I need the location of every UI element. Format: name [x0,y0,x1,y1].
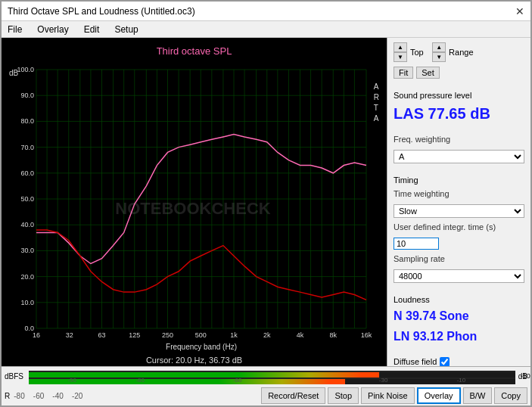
menu-overlay[interactable]: Overlay [34,23,71,36]
tick-10: -10 [457,377,466,384]
chart-canvas [8,59,378,354]
meter-bar: -10 -90 -80 -60 -30 -10 [29,371,515,383]
menu-bar: File Overlay Edit Setup [2,21,530,38]
bottom-bar: dBFS -10 -90 -80 -60 -30 -10 dB [2,366,530,405]
top-label: Top [410,48,424,57]
range-arrows: ▲ ▼ [432,42,446,62]
diffuse-field-label: Diffuse field [394,357,437,366]
timing-label: Timing [394,176,524,185]
cursor-info: Cursor: 20.0 Hz, 36.73 dB [8,354,381,366]
freq-weighting-dropdown[interactable]: A C Z [394,150,524,163]
loudness-value2: LN 93.12 Phon [394,329,524,345]
menu-file[interactable]: File [5,23,25,36]
tick-60: -60 [233,377,242,384]
tick-80: -80 [135,377,145,384]
top-arrows: ▲ ▼ [394,42,407,62]
chart-title: Third octave SPL [2,45,387,57]
set-button[interactable]: Set [416,67,440,79]
range-down-arrow[interactable]: ▼ [432,52,446,62]
time-weighting-dropdown[interactable]: Slow Fast Impulse [394,204,524,218]
title-bar: Third Octave SPL and Loudness (Untitled.… [2,2,530,21]
overlay-button[interactable]: Overlay [417,387,461,404]
meter-row: dBFS -10 -90 -80 -60 -30 -10 dB [2,367,530,386]
range-up-arrow[interactable]: ▲ [432,42,446,52]
diffuse-field-row: Diffuse field [394,357,524,366]
chart-area: Third octave SPL ARTA Cursor: 20.0 Hz, 3… [2,38,387,366]
bw-button[interactable]: B/W [463,387,493,404]
right-panel: ▲ ▼ Top ▲ ▼ Range Fit Set Sound pressure… [387,38,530,366]
tick-90: -90 [67,377,76,384]
arta-label: ARTA [374,82,379,124]
stop-button[interactable]: Stop [328,387,359,404]
main-window: Third Octave SPL and Loudness (Untitled.… [0,0,532,407]
top-down-arrow[interactable]: ▼ [394,52,407,62]
loudness-section-label: Loudness [394,295,524,304]
menu-edit[interactable]: Edit [81,23,103,36]
top-controls: ▲ ▼ Top ▲ ▼ Range [394,42,524,62]
fit-controls: Fit Set [394,67,524,79]
spl-section-label: Sound pressure level [394,91,524,100]
r-label: R [5,392,10,400]
sampling-rate-dropdown[interactable]: 48000 44100 96000 [394,269,524,283]
main-area: Third octave SPL ARTA Cursor: 20.0 Hz, 3… [2,38,530,366]
freq-weighting-label: Freq. weighting [394,135,524,144]
copy-button[interactable]: Copy [494,387,527,404]
close-button[interactable]: ✕ [515,5,524,17]
pink-noise-button[interactable]: Pink Noise [361,387,415,404]
chart-wrapper: ARTA [8,59,381,354]
window-title: Third Octave SPL and Loudness (Untitled.… [8,6,195,17]
spl-value: LAS 77.65 dB [394,104,524,123]
integr-time-input[interactable] [394,238,439,250]
meter-l-tick: -10 [521,372,530,380]
bottom-scale-label: -80 -60 -40 -20 [14,392,82,400]
record-reset-button[interactable]: Record/Reset [261,387,325,404]
btn-row: R -80 -60 -40 -20 Record/Reset Stop Pink… [2,386,530,405]
time-weighting-label: Time weighting [394,189,524,198]
loudness-value1: N 39.74 Sone [394,309,524,325]
integr-time-label: User defined integr. time (s) [394,222,524,231]
top-up-arrow[interactable]: ▲ [394,42,407,52]
menu-setup[interactable]: Setup [111,23,141,36]
diffuse-field-checkbox[interactable] [440,357,450,366]
range-label: Range [449,48,473,57]
fit-button[interactable]: Fit [394,67,413,79]
sampling-rate-label: Sampling rate [394,254,524,263]
dbfs-label: dBFS [5,372,27,381]
tick-30: -30 [379,377,388,384]
